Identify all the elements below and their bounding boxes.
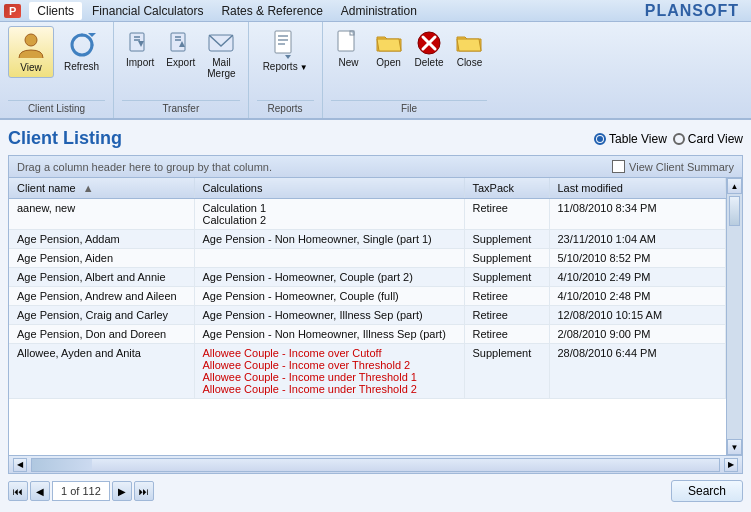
cell-client-name: Age Pension, Albert and Annie [9, 268, 194, 287]
first-page-btn[interactable]: ⏮ [8, 481, 28, 501]
table-view-option[interactable]: Table View [594, 132, 667, 146]
table-body-wrapper: Client name ▲ Calculations TaxPack [9, 178, 742, 455]
cell-calculations: Allowee Couple - Income over CutoffAllow… [194, 344, 464, 399]
ribbon-group-reports: Reports ▼ Reports [249, 22, 323, 118]
ribbon-btn-view[interactable]: View [8, 26, 54, 78]
ribbon-group-transfer: Import Export [114, 22, 249, 118]
pagination-bar: ⏮ ◀ 1 of 112 ▶ ⏭ Search [8, 478, 743, 504]
table-row[interactable]: Age Pension, AddamAge Pension - Non Home… [9, 230, 726, 249]
cell-client-name: Age Pension, Aiden [9, 249, 194, 268]
cell-taxpack: Retiree [464, 199, 549, 230]
cell-taxpack: Supplement [464, 268, 549, 287]
ribbon-btn-reports[interactable]: Reports ▼ [257, 26, 314, 76]
ribbon-btn-export[interactable]: Export [162, 26, 199, 72]
scroll-right-btn[interactable]: ▶ [724, 458, 738, 472]
menu-item-admin[interactable]: Administration [333, 2, 425, 20]
menu-item-financial[interactable]: Financial Calculators [84, 2, 211, 20]
page-title: Client Listing [8, 128, 122, 149]
table-row[interactable]: Age Pension, AidenSupplement5/10/2010 8:… [9, 249, 726, 268]
reports-dropdown-arrow: ▼ [300, 63, 308, 72]
svg-rect-14 [278, 43, 285, 45]
sort-arrow-client: ▲ [83, 182, 94, 194]
main-content: Client Listing Table View Card View Drag… [0, 120, 751, 512]
export-icon [167, 29, 195, 57]
cell-client-name: Allowee, Ayden and Anita [9, 344, 194, 399]
svg-rect-6 [171, 33, 185, 51]
table-row[interactable]: Allowee, Ayden and AnitaAllowee Couple -… [9, 344, 726, 399]
h-scroll-track[interactable] [31, 458, 720, 472]
col-header-taxpack[interactable]: TaxPack [464, 178, 549, 199]
cell-client-name: Age Pension, Andrew and Aileen [9, 287, 194, 306]
ribbon-group-label-file: File [331, 100, 488, 114]
cell-client-name: aanew, new [9, 199, 194, 230]
prev-page-btn[interactable]: ◀ [30, 481, 50, 501]
ribbon: View Refresh Client Listing [0, 22, 751, 120]
content-area: Client Listing Table View Card View Drag… [0, 120, 751, 512]
cell-last-modified: 2/08/2010 9:00 PM [549, 325, 726, 344]
table-body-scroll[interactable]: Client name ▲ Calculations TaxPack [9, 178, 726, 455]
delete-label: Delete [415, 57, 444, 69]
import-label: Import [126, 57, 154, 69]
scroll-left-btn[interactable]: ◀ [13, 458, 27, 472]
next-page-btn[interactable]: ▶ [112, 481, 132, 501]
last-page-btn[interactable]: ⏭ [134, 481, 154, 501]
ribbon-group-label-transfer: Transfer [122, 100, 240, 114]
card-view-option[interactable]: Card View [673, 132, 743, 146]
cell-last-modified: 12/08/2010 10:15 AM [549, 306, 726, 325]
card-view-radio[interactable] [673, 133, 685, 145]
search-button[interactable]: Search [671, 480, 743, 502]
menu-item-clients[interactable]: Clients [29, 2, 82, 20]
table-row[interactable]: Age Pension, Andrew and AileenAge Pensio… [9, 287, 726, 306]
table-row[interactable]: Age Pension, Craig and CarleyAge Pension… [9, 306, 726, 325]
cell-calculations: Calculation 1Calculation 2 [194, 199, 464, 230]
ribbon-btn-close[interactable]: Close [451, 26, 487, 72]
ribbon-btn-new[interactable]: New [331, 26, 367, 72]
ribbon-btn-delete[interactable]: Delete [411, 26, 448, 72]
cell-taxpack: Supplement [464, 230, 549, 249]
cell-taxpack: Supplement [464, 344, 549, 399]
import-icon [126, 29, 154, 57]
content-header: Client Listing Table View Card View [8, 128, 743, 149]
client-table: Client name ▲ Calculations TaxPack [9, 178, 726, 399]
cell-client-name: Age Pension, Addam [9, 230, 194, 249]
ribbon-group-client-listing: View Refresh Client Listing [0, 22, 114, 118]
cell-last-modified: 11/08/2010 8:34 PM [549, 199, 726, 230]
col-header-last-modified[interactable]: Last modified [549, 178, 726, 199]
col-header-calculations[interactable]: Calculations [194, 178, 464, 199]
menu-item-rates[interactable]: Rates & Reference [213, 2, 330, 20]
ribbon-btn-import[interactable]: Import [122, 26, 158, 72]
scrollbar-track[interactable] [727, 194, 742, 439]
view-label: View [20, 62, 42, 74]
app-logo[interactable]: P [4, 4, 21, 18]
svg-marker-15 [285, 55, 291, 59]
view-client-summary-checkbox[interactable] [612, 160, 625, 173]
svg-rect-12 [278, 35, 288, 37]
cell-taxpack: Retiree [464, 306, 549, 325]
table-row[interactable]: Age Pension, Don and DoreenAge Pension -… [9, 325, 726, 344]
svg-rect-16 [338, 31, 354, 51]
table-row[interactable]: aanew, newCalculation 1Calculation 2Reti… [9, 199, 726, 230]
ribbon-btn-open[interactable]: Open [371, 26, 407, 72]
cell-last-modified: 4/10/2010 2:48 PM [549, 287, 726, 306]
open-icon [375, 29, 403, 57]
scrollbar-up-btn[interactable]: ▲ [727, 178, 742, 194]
cell-last-modified: 4/10/2010 2:49 PM [549, 268, 726, 287]
view-icon [15, 30, 47, 62]
scrollbar-thumb[interactable] [729, 196, 740, 226]
table-row[interactable]: Age Pension, Albert and AnnieAge Pension… [9, 268, 726, 287]
cell-calculations: Age Pension - Non Homeowner, Illness Sep… [194, 325, 464, 344]
ribbon-btn-mail-merge[interactable]: Mail Merge [203, 26, 239, 82]
cell-client-name: Age Pension, Craig and Carley [9, 306, 194, 325]
table-view-radio[interactable] [594, 133, 606, 145]
cell-last-modified: 23/11/2010 1:04 AM [549, 230, 726, 249]
new-icon [335, 29, 363, 57]
scrollbar-down-btn[interactable]: ▼ [727, 439, 742, 455]
mail-merge-icon [207, 29, 235, 57]
reports-icon [269, 29, 301, 61]
ribbon-btn-refresh[interactable]: Refresh [58, 26, 105, 76]
close-label: Close [457, 57, 483, 69]
open-label: Open [376, 57, 400, 69]
table-scrollbar: ▲ ▼ [726, 178, 742, 455]
col-header-client-name[interactable]: Client name ▲ [9, 178, 194, 199]
view-client-summary[interactable]: View Client Summary [612, 160, 734, 173]
